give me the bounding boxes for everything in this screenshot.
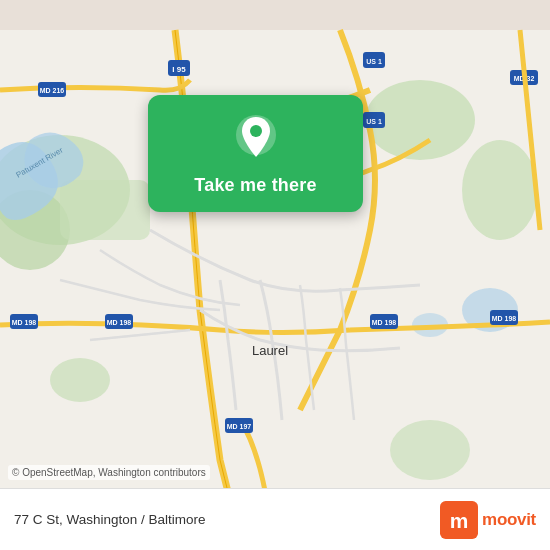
svg-point-9 (390, 420, 470, 480)
bottom-bar: 77 C St, Washington / Baltimore m moovit (0, 488, 550, 550)
svg-point-35 (250, 125, 262, 137)
location-card[interactable]: Take me there (148, 95, 363, 212)
svg-text:MD 198: MD 198 (107, 319, 132, 326)
moovit-logo: m moovit (440, 501, 536, 539)
map-container: Patuxent River I 95 I 95 US 1 US 1 MD 21… (0, 0, 550, 550)
svg-text:MD 216: MD 216 (40, 87, 65, 94)
svg-text:m: m (450, 508, 469, 531)
svg-point-5 (462, 140, 538, 240)
svg-text:I 95: I 95 (172, 65, 186, 74)
moovit-brand-name: moovit (482, 510, 536, 530)
svg-text:Laurel: Laurel (252, 343, 288, 358)
svg-rect-3 (60, 180, 150, 240)
moovit-logo-icon: m (440, 501, 478, 539)
svg-text:US 1: US 1 (366, 58, 382, 65)
svg-text:US 1: US 1 (366, 118, 382, 125)
svg-point-8 (50, 358, 110, 402)
map-pin-icon (230, 113, 282, 165)
svg-text:MD 198: MD 198 (372, 319, 397, 326)
svg-text:MD 198: MD 198 (492, 315, 517, 322)
svg-text:MD 198: MD 198 (12, 319, 37, 326)
take-me-there-button[interactable]: Take me there (194, 175, 316, 196)
svg-text:MD 197: MD 197 (227, 423, 252, 430)
address-label: 77 C St, Washington / Baltimore (14, 512, 206, 527)
copyright-text: © OpenStreetMap, Washington contributors (8, 465, 210, 480)
